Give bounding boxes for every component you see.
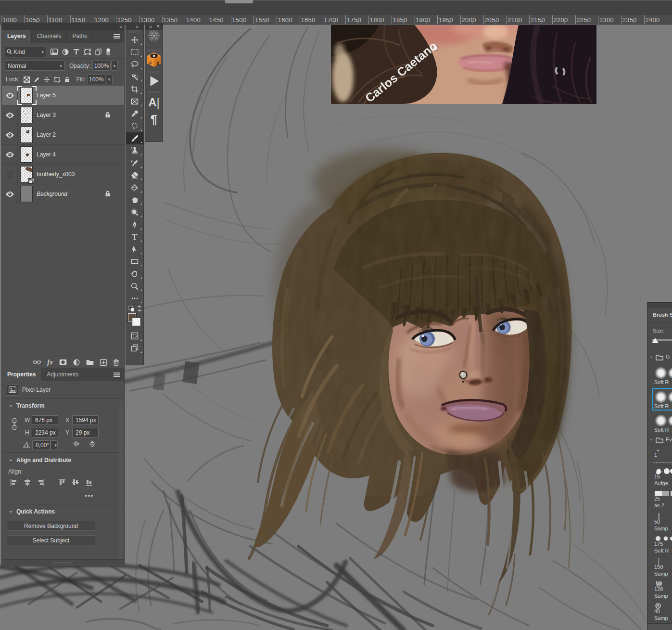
- svg-text:F: F: [149, 61, 152, 65]
- svg-text:X: X: [156, 61, 160, 66]
